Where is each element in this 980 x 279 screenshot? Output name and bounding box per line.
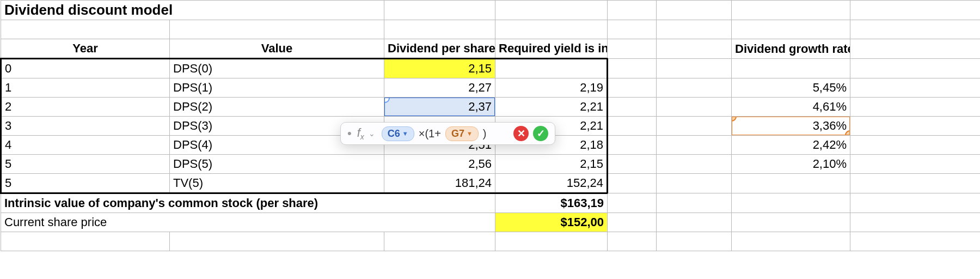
cell[interactable] <box>657 193 732 213</box>
cell-year[interactable]: 5 <box>1 155 170 174</box>
intrinsic-value[interactable]: $163,19 <box>495 193 608 213</box>
cell-dps[interactable]: 2,27 <box>384 78 495 98</box>
cell[interactable] <box>657 174 732 193</box>
cell[interactable] <box>608 193 657 213</box>
cell[interactable] <box>850 98 980 117</box>
cell[interactable] <box>657 232 732 251</box>
cell-value[interactable]: DPS(0) <box>170 59 384 78</box>
cell-growth[interactable]: 2,42% <box>732 136 850 155</box>
cell[interactable] <box>732 232 850 251</box>
cell-dps-selected[interactable]: 2,37 <box>384 98 495 117</box>
cell[interactable] <box>850 78 980 98</box>
cell-year[interactable]: 2 <box>1 98 170 117</box>
cell-required-yield[interactable]: 2,19 <box>495 78 608 98</box>
cell-year[interactable]: 1 <box>1 78 170 98</box>
cell[interactable] <box>850 1 980 20</box>
cell[interactable] <box>608 136 657 155</box>
cell[interactable] <box>850 20 980 39</box>
cell[interactable] <box>608 232 657 251</box>
cell[interactable] <box>850 193 980 213</box>
cell[interactable] <box>384 1 495 20</box>
cell[interactable] <box>657 98 732 117</box>
formula-token-c6[interactable]: C6 ▼ <box>382 126 414 141</box>
cell[interactable] <box>732 1 850 20</box>
cell[interactable] <box>495 20 608 39</box>
resize-handle-icon[interactable] <box>732 117 737 122</box>
cell-growth[interactable]: 5,45% <box>732 78 850 98</box>
cell[interactable] <box>608 1 657 20</box>
table-row: 5 DPS(5) 2,56 2,15 2,10% <box>1 155 981 174</box>
cell[interactable] <box>608 59 657 78</box>
cell-year[interactable]: 4 <box>1 136 170 155</box>
formula-editor[interactable]: • fx ⌄ C6 ▼ ×(1+ G7 ▼ ) ✕ ✓ <box>340 122 555 145</box>
formula-token-g7[interactable]: G7 ▼ <box>445 126 479 141</box>
fx-icon[interactable]: fx <box>357 126 364 141</box>
cell[interactable] <box>657 155 732 174</box>
cell[interactable] <box>608 117 657 136</box>
cell[interactable] <box>850 174 980 193</box>
cell-required-yield[interactable]: 2,15 <box>495 155 608 174</box>
cell[interactable] <box>1 232 170 251</box>
cell-required-yield[interactable]: 2,21 <box>495 98 608 117</box>
cell-dps[interactable]: 181,24 <box>384 174 495 193</box>
resize-handle-icon[interactable] <box>845 130 850 136</box>
cell-year[interactable]: 5 <box>1 174 170 193</box>
cell[interactable] <box>608 213 657 232</box>
cell-dps[interactable]: 2,56 <box>384 155 495 174</box>
cell[interactable] <box>850 39 980 59</box>
cell-required-yield[interactable] <box>495 59 608 78</box>
cell[interactable] <box>608 98 657 117</box>
cell-value[interactable]: DPS(5) <box>170 155 384 174</box>
cell-required-yield[interactable]: 152,24 <box>495 174 608 193</box>
cell[interactable] <box>384 20 495 39</box>
cell[interactable] <box>850 136 980 155</box>
cell[interactable] <box>608 78 657 98</box>
cell[interactable] <box>608 20 657 39</box>
cell[interactable] <box>657 213 732 232</box>
cell-value[interactable]: TV(5) <box>170 174 384 193</box>
cell[interactable] <box>657 136 732 155</box>
cell[interactable] <box>657 59 732 78</box>
cell-growth[interactable] <box>732 174 850 193</box>
cell[interactable] <box>732 213 850 232</box>
cell[interactable] <box>384 232 495 251</box>
row-spacer <box>1 232 981 251</box>
cell[interactable] <box>732 193 850 213</box>
table-row: 5 TV(5) 181,24 152,24 <box>1 174 981 193</box>
cell-growth[interactable]: 2,10% <box>732 155 850 174</box>
share-price-value[interactable]: $152,00 <box>495 213 608 232</box>
cell[interactable] <box>495 1 608 20</box>
cell-value[interactable]: DPS(1) <box>170 78 384 98</box>
cell[interactable] <box>850 155 980 174</box>
cell[interactable] <box>657 20 732 39</box>
cell[interactable] <box>170 20 384 39</box>
cell[interactable] <box>732 20 850 39</box>
cell[interactable] <box>1 20 170 39</box>
cell[interactable] <box>657 78 732 98</box>
cell[interactable] <box>657 117 732 136</box>
cell[interactable] <box>850 59 980 78</box>
cell[interactable] <box>608 39 657 59</box>
formula-operator: ) <box>483 128 487 140</box>
cell-year[interactable]: 3 <box>1 117 170 136</box>
cell[interactable] <box>170 232 384 251</box>
confirm-button[interactable]: ✓ <box>533 126 548 141</box>
cell[interactable] <box>657 39 732 59</box>
cell-growth[interactable]: 4,61% <box>732 98 850 117</box>
bullet-icon: • <box>347 126 352 141</box>
cell-year[interactable]: 0 <box>1 59 170 78</box>
cell[interactable] <box>850 232 980 251</box>
table-row: 1 DPS(1) 2,27 2,19 5,45% <box>1 78 981 98</box>
cell-growth[interactable] <box>732 59 850 78</box>
cell[interactable] <box>495 232 608 251</box>
cell[interactable] <box>657 1 732 20</box>
cancel-button[interactable]: ✕ <box>513 126 529 141</box>
chevron-down-icon[interactable]: ⌄ <box>369 129 375 138</box>
cell[interactable] <box>850 213 980 232</box>
cell[interactable] <box>850 117 980 136</box>
cell-dps[interactable]: 2,15 <box>384 59 495 78</box>
cell[interactable] <box>608 174 657 193</box>
cell-growth-referenced[interactable]: 3,36% <box>732 117 850 136</box>
cell[interactable] <box>608 155 657 174</box>
cell-value[interactable]: DPS(2) <box>170 98 384 117</box>
